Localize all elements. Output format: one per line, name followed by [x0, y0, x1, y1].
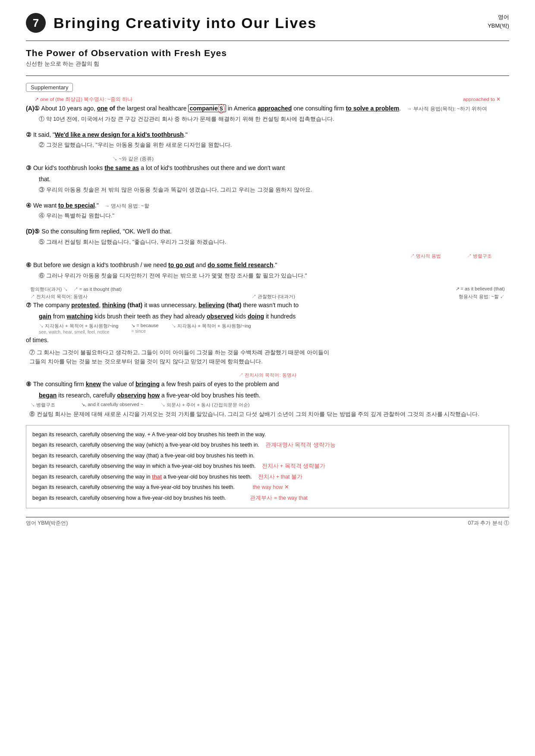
box-table: began its research, carefully observing … [26, 425, 509, 509]
sentence-3-en-cont: that. [39, 174, 509, 185]
sentence-8: ⑧ The consulting firm knew the value of … [26, 379, 509, 419]
sentence-7-ko: ⑦ 그 회사는 그것이 불필요하다고 생각하고, 그들이 이미 아이들이 그것을… [29, 348, 509, 366]
sentence-6-en: ⑥ But before we design a kid's toothbrus… [26, 260, 509, 271]
header-divider [26, 41, 509, 41]
sentence-4-ko: ④ 우리는 특별하길 원합니다." [39, 211, 509, 220]
annotation-one-of: ↗ one of (the 최상급) 복수명사: ~중의 하나 [35, 96, 132, 103]
sentence-8-ko: ⑧ 컨설팅 회사는 문제에 대해 새로운 시각을 가져오는 것의 가치를 알았습… [29, 410, 509, 419]
subtitle-en: The Power of Observation with Fresh Eyes [26, 48, 509, 58]
sentence-a1: (A)① About 10 years ago, one of the larg… [26, 104, 509, 124]
footer: 영어 YBM(박준언) 07과 추가 분석 ① [26, 517, 509, 527]
page-header: 7 Bringing Creativity into Our Lives 영어 … [26, 13, 509, 33]
sentence-8-en2: began its research, carefully observing … [39, 391, 509, 401]
sentence-a1-ko: ① 약 10년 전에, 미국에서 가장 큰 구강 건강관리 회사 중 하나가 문… [39, 115, 509, 124]
sentence-a1-en: (A)① About 10 years ago, one of the larg… [26, 104, 509, 114]
sentence-d5-ko: ⑤ 그래서 컨설팅 회사는 답했습니다, "좋습니다, 우리가 그것을 하겠습니… [39, 238, 509, 247]
subtitle-divider [26, 76, 509, 76]
sentence-7-mid-annotations: ↗ 전치사의 목적어: 동명사 ↗ 관찰했다 (대과거) 형용사적 용법: ~할… [26, 293, 509, 300]
sentence-2-en: ② It said, "We'd like a new design for a… [26, 130, 509, 140]
footer-left: 영어 YBM(박준언) [26, 520, 68, 527]
sentence-7-sub-annotations: ↘ 지각동사 + 목적어 + 동사원형/~ingsee, watch, hear… [39, 323, 509, 334]
subject-label: 영어 YBM(박) [488, 13, 509, 30]
sentence-7-en3: of times. [26, 335, 509, 346]
sentence-2: ② It said, "We'd like a new design for a… [26, 130, 509, 150]
sentence-7: ↗ 전치사의 목적어: 동명사 ↗ 관찰했다 (대과거) 형용사적 용법: ~할… [26, 293, 509, 366]
sentence-d5: (D)⑤ So the consulting firm replied, "OK… [26, 227, 509, 247]
chapter-number: 7 [26, 13, 46, 33]
box-row-1: began its research, carefully observing … [32, 430, 503, 440]
box-row-7: began its research, carefully observing … [32, 493, 503, 503]
box-row-4: began its research, carefully observing … [32, 461, 503, 471]
sentence-6-ko: ⑥ 그러나 우리가 아동용 칫솔을 디자인하기 전에 우리는 밖으로 나가 몇몇… [39, 271, 509, 280]
sentence-8-sub-annotations: ↘ 병렬구조 ↘, and it carefully observed ~ ↘ … [30, 402, 509, 408]
sentence-6: ↗ 명사적 용법 ↗ 병렬구조 ⑥ But before we design a… [26, 253, 509, 280]
sentence-a1-prefix: (A)① [26, 105, 40, 112]
sentence-8-en: ⑧ The consulting firm knew the value of … [26, 379, 509, 390]
footer-right: 07과 추가 분석 ① [468, 520, 509, 527]
sentence-4: ④ We want to be special." → 명사적 용법: ~할 ④… [26, 201, 509, 221]
sentence-3-en: ③ Our kid's toothbrush looks the same as… [26, 163, 509, 173]
sentence-6-annotation: ↗ 명사적 용법 ↗ 병렬구조 [26, 253, 509, 259]
sentence-7-top-annotations: 항의했다(과거) ↘ ↗ = as it thought (that) ↗ = … [26, 286, 509, 293]
sentence-3-grammar-above: ↘ ~와 같은 (종류) [112, 156, 509, 162]
supplementary-section: Supplementary ↗ one of (the 최상급) 복수명사: ~… [26, 83, 509, 103]
box-row-5: began its research, carefully observing … [32, 472, 503, 482]
subtitle-ko: 신선한 눈으로 하는 관찰의 힘 [26, 60, 509, 68]
box-row-6: began its research, carefully observing … [32, 482, 503, 492]
title-block: 7 Bringing Creativity into Our Lives [26, 13, 317, 33]
sentence-7-en2: gain from watching kids brush their teet… [39, 312, 509, 322]
sentence-7-en: ⑦ The company protested, thinking (that)… [26, 300, 509, 311]
main-title: Bringing Creativity into Our Lives [54, 15, 317, 32]
sentence-d5-en: (D)⑤ So the consulting firm replied, "OK… [26, 227, 509, 237]
supplementary-badge: Supplementary [26, 83, 73, 92]
sentence-3: ↘ ~와 같은 (종류) ③ Our kid's toothbrush look… [26, 156, 509, 194]
annotation-approached: approached to ✕ [463, 96, 500, 102]
sentence-8-top-annotation: ↗ 전치사의 목적어: 동명사 [26, 372, 509, 378]
sentence-3-ko: ③ 우리의 아동용 칫솔은 저 밖의 많은 아동용 칫솔과 똑같이 생겼습니다,… [39, 186, 509, 195]
sentence-4-en: ④ We want to be special." → 명사적 용법: ~할 [26, 201, 509, 211]
box-row-2: began its research, carefully observing … [32, 440, 503, 450]
box-row-3: began its research, carefully observing … [32, 451, 503, 461]
sentence-2-ko: ② 그것은 말했습니다, "우리는 아동용 칫솔을 위한 새로운 디자인을 원합… [39, 141, 509, 150]
